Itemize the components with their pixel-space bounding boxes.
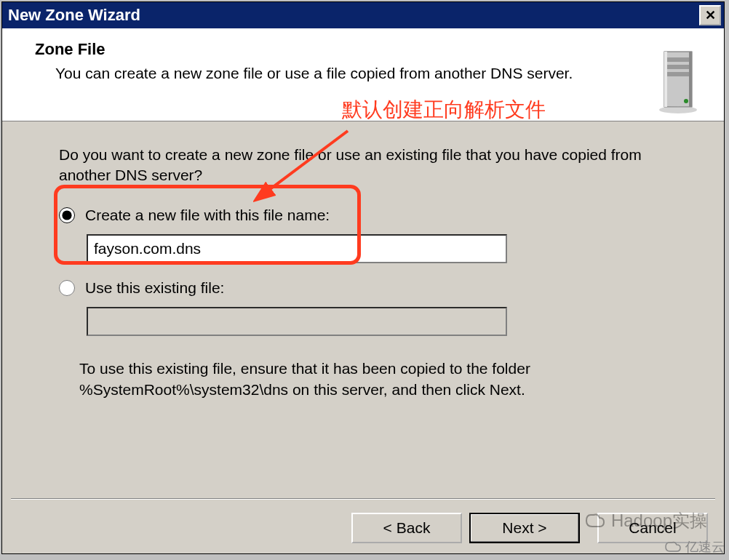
option-create-new: Create a new file with this file name: [59,207,667,263]
existing-file-name-input [87,307,507,336]
button-row: < Back Next > Cancel [351,513,708,543]
svg-rect-4 [667,65,689,69]
option1-label: Create a new file with this file name: [85,207,330,224]
wizard-header: Zone File You can create a new zone file… [2,28,724,121]
cancel-button[interactable]: Cancel [597,513,708,543]
question-text: Do you want to create a new zone file or… [59,145,667,186]
radio-row-existing[interactable]: Use this existing file: [59,279,667,297]
close-button[interactable]: ✕ [699,5,721,25]
close-icon: ✕ [705,7,716,23]
separator-line [11,498,715,500]
back-button[interactable]: < Back [351,513,462,543]
new-file-name-input[interactable] [87,234,507,263]
svg-rect-5 [667,72,689,76]
title-bar[interactable]: New Zone Wizard ✕ [2,2,724,28]
svg-point-7 [659,106,697,113]
radio-use-existing[interactable] [59,280,75,296]
header-description: You can create a new zone file or use a … [55,65,702,82]
svg-point-6 [684,99,688,103]
wizard-window: New Zone Wizard ✕ Zone File You can crea… [1,1,725,554]
window-title: New Zone Wizard [8,6,140,25]
header-title: Zone File [35,40,702,59]
option2-label: Use this existing file: [85,279,224,297]
svg-rect-1 [664,52,667,107]
wizard-body: Do you want to create a new zone file or… [2,121,724,553]
note-text: To use this existing file, ensure that i… [79,358,667,401]
next-button[interactable]: Next > [469,513,580,543]
radio-row-new[interactable]: Create a new file with this file name: [59,207,667,224]
server-icon [657,49,704,118]
svg-rect-3 [667,57,689,62]
svg-rect-2 [689,52,692,107]
option-existing: Use this existing file: [59,279,667,336]
radio-create-new[interactable] [59,207,75,223]
